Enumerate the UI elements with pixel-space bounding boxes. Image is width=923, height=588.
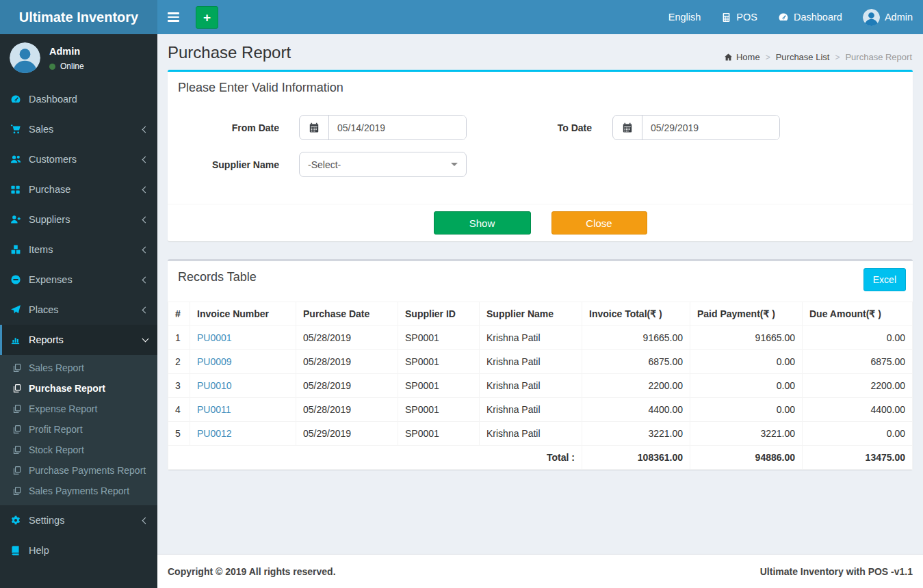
column-header: Invoice Number	[190, 302, 296, 326]
invoice-link[interactable]: PU0012	[197, 428, 232, 439]
sidebar-item-label: Dashboard	[29, 94, 77, 105]
sidebar-subitem-purchase-payments-report[interactable]: Purchase Payments Report	[0, 460, 157, 481]
sidebar-item-places[interactable]: Places	[0, 295, 157, 325]
breadcrumb-home-label: Home	[736, 52, 760, 62]
sidebar-subitem-stock-report[interactable]: Stock Report	[0, 440, 157, 460]
nav-dashboard-label: Dashboard	[794, 12, 842, 23]
online-dot-icon	[49, 64, 55, 70]
table-cell: PU0012	[190, 422, 296, 446]
breadcrumb-home[interactable]: Home	[724, 52, 760, 62]
sidebar-subitem-profit-report[interactable]: Profit Report	[0, 419, 157, 440]
to-date-input[interactable]	[642, 116, 779, 139]
filter-card-footer: Show Close	[168, 204, 913, 241]
table-cell: Krishna Patil	[480, 398, 582, 422]
table-cell: 05/29/2019	[296, 422, 398, 446]
sidebar-item-settings[interactable]: Settings	[0, 505, 157, 535]
table-cell: PU0001	[190, 326, 296, 350]
sidebar-item-dashboard[interactable]: Dashboard	[0, 84, 157, 114]
sidebar-subitem-sales-payments-report[interactable]: Sales Payments Report	[0, 481, 157, 501]
nav-dashboard[interactable]: Dashboard	[768, 0, 853, 34]
sidebar-item-sales[interactable]: Sales	[0, 114, 157, 144]
gears-icon	[10, 515, 22, 526]
table-cell: SP0001	[398, 398, 480, 422]
total-label: Total :	[168, 446, 582, 470]
table-row: 1PU000105/28/2019SP0001Krishna Patil9166…	[168, 326, 913, 350]
sidebar-subitem-label: Purchase Report	[29, 383, 105, 394]
cart-icon	[10, 124, 22, 135]
nav-pos-label: POS	[736, 12, 757, 23]
version-text: Ultimate Inventory with POS -v1.1	[760, 566, 913, 577]
sidebar-item-label: Help	[29, 545, 49, 556]
column-header: #	[168, 302, 190, 326]
from-date-label: From Date	[178, 122, 279, 133]
invoice-link[interactable]: PU0009	[197, 356, 232, 367]
invoice-link[interactable]: PU0001	[197, 332, 232, 343]
excel-button[interactable]: Excel	[863, 268, 906, 291]
copy-icon	[12, 384, 23, 393]
records-tbody: 1PU000105/28/2019SP0001Krishna Patil9166…	[168, 326, 913, 446]
breadcrumb-purchase-list[interactable]: Purchase List	[776, 52, 830, 62]
sidebar-item-purchase[interactable]: Purchase	[0, 174, 157, 204]
table-cell: Krishna Patil	[480, 350, 582, 374]
to-date-label: To Date	[467, 122, 592, 133]
user-avatar-icon	[10, 42, 40, 73]
from-date-input[interactable]	[329, 116, 466, 139]
calculator-icon	[721, 12, 731, 23]
table-cell: Krishna Patil	[480, 326, 582, 350]
sidebar-item-label: Places	[29, 304, 59, 315]
chevron-left-icon	[142, 216, 149, 223]
table-cell: 1	[168, 326, 190, 350]
sidebar-item-label: Expenses	[29, 274, 73, 285]
sidebar-item-suppliers[interactable]: Suppliers	[0, 204, 157, 235]
nav-user-label: Admin	[885, 12, 913, 23]
sidebar-menu: Dashboard Sales Customers Purchase Suppl…	[0, 84, 157, 565]
breadcrumb: Home > Purchase List > Purchase Report	[724, 52, 912, 62]
sidebar-item-reports[interactable]: Reports	[0, 325, 157, 355]
sidebar-item-label: Purchase	[29, 184, 70, 195]
paper-plane-icon	[10, 304, 22, 315]
sidebar-item-items[interactable]: Items	[0, 235, 157, 265]
table-cell: PU0010	[190, 374, 296, 398]
table-cell: 91665.00	[582, 326, 690, 350]
chevron-down-icon	[142, 336, 149, 343]
cubes-icon	[10, 244, 22, 255]
sidebar-user-panel: Admin Online	[0, 34, 157, 82]
add-button[interactable]: +	[196, 6, 218, 29]
close-button[interactable]: Close	[551, 211, 647, 235]
filter-card-body: From Date To Date	[168, 104, 913, 204]
invoice-link[interactable]: PU0010	[197, 380, 232, 391]
nav-language[interactable]: English	[658, 0, 712, 34]
sidebar-subitem-sales-report[interactable]: Sales Report	[0, 358, 157, 378]
sidebar-subitem-label: Stock Report	[29, 444, 84, 455]
sidebar-item-customers[interactable]: Customers	[0, 144, 157, 174]
sidebar-subitem-expense-report[interactable]: Expense Report	[0, 399, 157, 419]
sidebar-user-status[interactable]: Online	[49, 62, 84, 71]
copy-icon	[12, 425, 23, 434]
table-row: 4PU001105/28/2019SP0001Krishna Patil4400…	[168, 398, 913, 422]
column-header: Invoice Total(₹ )	[582, 302, 690, 326]
records-card-title: Records Table	[168, 261, 913, 293]
sidebar-item-expenses[interactable]: Expenses	[0, 265, 157, 295]
sidebar-user-status-label: Online	[60, 62, 84, 71]
table-cell: 0.00	[803, 422, 913, 446]
nav-pos[interactable]: POS	[711, 0, 768, 34]
user-avatar-icon	[863, 9, 880, 26]
table-cell: 3	[168, 374, 190, 398]
brand-logo[interactable]: Ultimate Inventory	[0, 0, 157, 34]
nav-language-label: English	[668, 12, 701, 23]
sidebar-subitem-label: Sales Report	[29, 362, 84, 373]
chevron-left-icon	[142, 156, 149, 163]
sidebar-subitem-purchase-report[interactable]: Purchase Report	[0, 378, 157, 399]
menu-icon[interactable]	[157, 0, 189, 34]
table-cell: 2200.00	[803, 374, 913, 398]
table-cell: PU0009	[190, 350, 296, 374]
table-row: 3PU001005/28/2019SP0001Krishna Patil2200…	[168, 374, 913, 398]
nav-user[interactable]: Admin	[853, 0, 923, 34]
supplier-select[interactable]: -Select-	[299, 152, 467, 177]
copy-icon	[12, 486, 23, 496]
sidebar-item-help[interactable]: Help	[0, 535, 157, 565]
top-navbar: Ultimate Inventory + English POS Dashboa…	[0, 0, 923, 34]
show-button[interactable]: Show	[434, 211, 531, 235]
invoice-link[interactable]: PU0011	[197, 404, 231, 415]
table-cell: 4400.00	[803, 398, 913, 422]
